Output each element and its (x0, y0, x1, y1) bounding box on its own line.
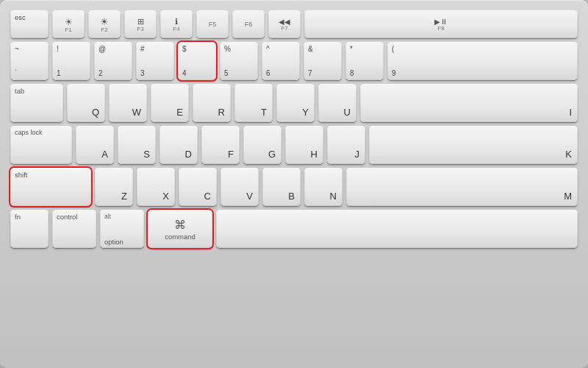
key-f2[interactable]: ☀ F2 (88, 10, 121, 38)
key-esc[interactable]: esc (10, 10, 49, 38)
key-command[interactable]: ⌘ command (148, 210, 212, 248)
key-v[interactable]: V (220, 168, 259, 206)
key-t[interactable]: T (234, 84, 273, 122)
key-f8[interactable]: ▶⏸ F8 (304, 10, 578, 38)
key-8[interactable]: * 8 (345, 42, 384, 80)
key-m[interactable]: M (346, 168, 578, 206)
key-z[interactable]: Z (95, 168, 133, 206)
key-f6[interactable]: F6 (232, 10, 265, 38)
number-row: ~ ` ! 1 @ 2 # 3 $ 4 % 5 ^ 6 & 7 (10, 42, 578, 80)
bottom-row: fn control alt option ⌘ command (10, 210, 578, 248)
key-f3[interactable]: ⊞ F3 (124, 10, 157, 38)
key-3[interactable]: # 3 (136, 42, 174, 80)
key-control[interactable]: control (52, 210, 96, 248)
key-j[interactable]: J (327, 126, 365, 164)
key-f4[interactable]: ℹ F4 (160, 10, 193, 38)
key-k[interactable]: K (369, 126, 578, 164)
key-backtick[interactable]: ~ ` (10, 42, 49, 80)
key-1[interactable]: ! 1 (52, 42, 90, 80)
key-2[interactable]: @ 2 (94, 42, 132, 80)
qwerty-row: tab Q W E R T Y U I (10, 84, 578, 122)
key-option[interactable]: alt option (100, 210, 144, 248)
key-w[interactable]: W (109, 84, 147, 122)
key-fn[interactable]: fn (10, 210, 49, 248)
key-q[interactable]: Q (67, 84, 105, 122)
key-tab[interactable]: tab (10, 84, 63, 122)
key-u[interactable]: U (318, 84, 356, 122)
key-f7[interactable]: ◀◀ F7 (268, 10, 301, 38)
key-shift[interactable]: shift (10, 168, 91, 206)
key-6[interactable]: ^ 6 (262, 42, 300, 80)
key-x[interactable]: X (137, 168, 175, 206)
key-spacebar[interactable] (216, 210, 578, 248)
key-a[interactable]: A (76, 126, 114, 164)
key-c[interactable]: C (179, 168, 217, 206)
key-f5[interactable]: F5 (196, 10, 229, 38)
key-9[interactable]: ( 9 (387, 42, 578, 80)
keyboard: esc ☀ F1 ☀ F2 ⊞ F3 ℹ F4 F5 F6 ◀◀ F7 ▶⏸ (0, 0, 588, 368)
key-g[interactable]: G (243, 126, 282, 164)
key-s[interactable]: S (118, 126, 156, 164)
key-5[interactable]: % 5 (220, 42, 258, 80)
key-n[interactable]: N (304, 168, 343, 206)
key-7[interactable]: & 7 (304, 42, 342, 80)
key-4[interactable]: $ 4 (178, 42, 216, 80)
fn-row: esc ☀ F1 ☀ F2 ⊞ F3 ℹ F4 F5 F6 ◀◀ F7 ▶⏸ (10, 10, 578, 38)
key-e[interactable]: E (151, 84, 189, 122)
key-f1[interactable]: ☀ F1 (52, 10, 85, 38)
key-d[interactable]: D (159, 126, 198, 164)
zxcv-row: shift Z X C V B N M (10, 168, 578, 206)
key-b[interactable]: B (262, 168, 301, 206)
asdf-row: caps lock A S D F G H J K (10, 126, 578, 164)
key-r[interactable]: R (193, 84, 231, 122)
key-capslock[interactable]: caps lock (10, 126, 72, 164)
key-f[interactable]: F (201, 126, 240, 164)
key-y[interactable]: Y (276, 84, 315, 122)
key-h[interactable]: H (285, 126, 323, 164)
key-i[interactable]: I (360, 84, 578, 122)
